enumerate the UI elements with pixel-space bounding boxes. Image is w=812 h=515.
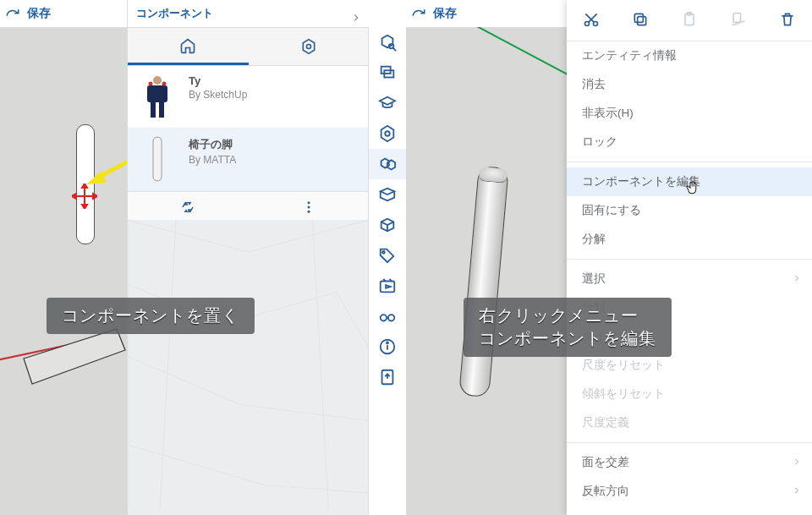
svg-point-32 bbox=[381, 315, 387, 321]
svg-point-29 bbox=[382, 251, 385, 254]
component-item[interactable]: Ty By SketchUp bbox=[128, 66, 369, 129]
menu-separator bbox=[567, 259, 812, 260]
more-vertical-icon bbox=[301, 200, 316, 215]
svg-point-15 bbox=[149, 82, 153, 86]
annotation-arrow-icon bbox=[85, 145, 127, 188]
paste-button bbox=[681, 11, 698, 30]
menu-explode[interactable]: 分解 bbox=[567, 225, 812, 254]
svg-point-10 bbox=[306, 45, 310, 49]
tray-layers[interactable] bbox=[369, 58, 406, 88]
delete-icon bbox=[779, 11, 796, 28]
menu-scale-definition: 尺度定義 bbox=[567, 408, 812, 437]
redo-icon[interactable] bbox=[411, 5, 426, 20]
menu-hide[interactable]: 非表示(H) bbox=[567, 99, 812, 128]
svg-marker-9 bbox=[303, 40, 314, 54]
tray-learn[interactable] bbox=[369, 88, 406, 118]
viewport-left[interactable] bbox=[0, 27, 127, 515]
menu-erase[interactable]: 消去 bbox=[567, 70, 812, 99]
selected-component[interactable] bbox=[458, 166, 509, 397]
component-thumb bbox=[136, 137, 178, 181]
component-item[interactable]: 椅子の脚 By MATTA bbox=[128, 129, 369, 191]
tray-export[interactable] bbox=[369, 362, 406, 392]
video-icon bbox=[378, 277, 397, 295]
svg-point-16 bbox=[162, 82, 167, 86]
context-menu: エンティティ情報 消去 非表示(H) ロック コンポーネントを編集 固有にする … bbox=[567, 0, 812, 515]
menu-select[interactable]: 選択 bbox=[567, 265, 812, 293]
menu-lock[interactable]: ロック bbox=[567, 128, 812, 156]
menu-separator bbox=[567, 442, 812, 443]
tab-home[interactable] bbox=[128, 28, 249, 65]
menu-entity-info[interactable]: エンティティ情報 bbox=[567, 41, 812, 70]
svg-point-11 bbox=[153, 76, 162, 85]
svg-point-19 bbox=[307, 206, 310, 209]
glasses-icon bbox=[378, 307, 397, 326]
search-component-icon bbox=[378, 33, 397, 52]
caption-right: 右クリックメニュー コンポーネントを編集 bbox=[464, 298, 672, 357]
delete-button[interactable] bbox=[779, 11, 796, 30]
hex-settings-icon bbox=[300, 38, 317, 55]
svg-rect-46 bbox=[733, 13, 740, 22]
svg-point-20 bbox=[307, 211, 310, 213]
svg-rect-14 bbox=[159, 102, 164, 118]
tray-components[interactable] bbox=[369, 149, 406, 179]
copy-button[interactable] bbox=[632, 11, 649, 30]
graduation-icon bbox=[378, 94, 397, 112]
svg-point-33 bbox=[388, 315, 394, 321]
surface-icon bbox=[378, 185, 397, 204]
tray-video[interactable] bbox=[369, 271, 406, 301]
save-button[interactable]: 保存 bbox=[27, 6, 51, 21]
chevron-right-icon bbox=[792, 273, 802, 286]
box-icon bbox=[378, 216, 397, 234]
paste-surface-icon bbox=[730, 11, 747, 28]
tag-icon bbox=[378, 246, 397, 265]
axis-green bbox=[3, 27, 127, 44]
cut-button[interactable] bbox=[583, 11, 600, 30]
tray-box[interactable] bbox=[369, 210, 406, 240]
recycle-button[interactable] bbox=[128, 192, 249, 222]
cut-icon bbox=[583, 11, 600, 28]
home-icon bbox=[179, 37, 196, 54]
svg-marker-5 bbox=[93, 194, 97, 199]
svg-marker-3 bbox=[82, 205, 87, 209]
svg-point-36 bbox=[387, 342, 388, 344]
chevron-right-icon bbox=[792, 457, 802, 469]
tray-tag[interactable] bbox=[369, 240, 406, 271]
menu-make-unique[interactable]: 固有にする bbox=[567, 196, 812, 225]
export-icon bbox=[378, 368, 397, 386]
tab-settings[interactable] bbox=[249, 28, 370, 65]
tray-info[interactable] bbox=[369, 331, 406, 362]
svg-line-23 bbox=[392, 47, 396, 51]
components-3d-icon bbox=[378, 155, 397, 173]
svg-rect-12 bbox=[147, 85, 167, 102]
svg-point-27 bbox=[385, 131, 390, 136]
svg-rect-17 bbox=[153, 137, 162, 181]
svg-rect-42 bbox=[638, 16, 646, 25]
svg-point-18 bbox=[307, 201, 310, 204]
menu-intersect-faces[interactable]: 面を交差 bbox=[567, 448, 812, 477]
chevron-right-icon bbox=[792, 485, 802, 498]
panel-title-text: コンポーネント bbox=[136, 7, 213, 19]
paste-surface-button bbox=[730, 11, 747, 30]
menu-reset-skew: 傾斜をリセット bbox=[567, 380, 812, 408]
svg-marker-26 bbox=[381, 126, 394, 141]
component-thumb bbox=[136, 74, 178, 118]
svg-marker-31 bbox=[386, 285, 391, 288]
tray-surface[interactable] bbox=[369, 179, 406, 210]
svg-marker-21 bbox=[382, 36, 393, 48]
panel-empty-area bbox=[128, 220, 369, 515]
component-settings-icon bbox=[378, 124, 397, 143]
panel-title: コンポーネント bbox=[128, 0, 369, 28]
component-name: Ty bbox=[189, 74, 247, 87]
menu-flip-along[interactable]: 反転方向 bbox=[567, 477, 812, 506]
tray-component-settings[interactable] bbox=[369, 118, 406, 149]
svg-rect-13 bbox=[151, 102, 156, 118]
component-author: By MATTA bbox=[189, 154, 236, 166]
menu-edit-component[interactable]: コンポーネントを編集 bbox=[567, 167, 812, 196]
tray-glasses[interactable] bbox=[369, 301, 406, 331]
tray-search-component[interactable] bbox=[369, 27, 406, 58]
more-button[interactable] bbox=[249, 192, 370, 222]
svg-marker-28 bbox=[381, 189, 395, 194]
save-button[interactable]: 保存 bbox=[433, 6, 457, 21]
redo-icon[interactable] bbox=[5, 5, 20, 20]
component-author: By SketchUp bbox=[189, 89, 247, 101]
